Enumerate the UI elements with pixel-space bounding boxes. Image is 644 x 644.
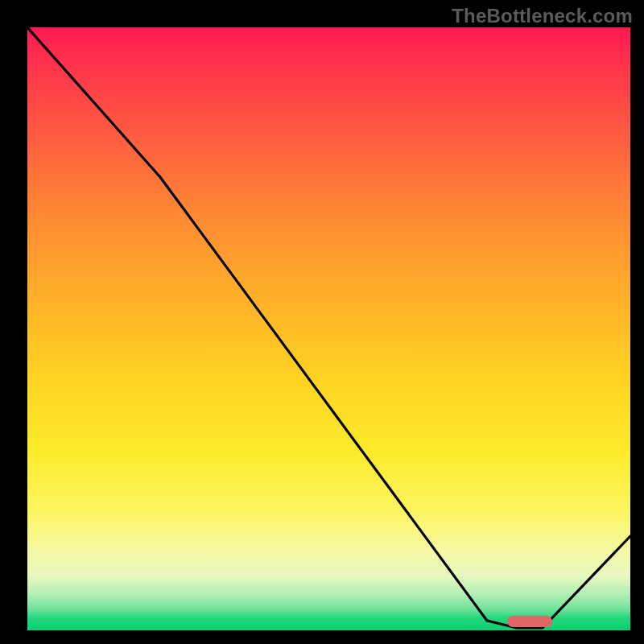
- watermark-text: TheBottleneck.com: [452, 5, 633, 27]
- plot-area: [27, 27, 630, 630]
- chart-svg: [27, 27, 630, 630]
- black-curve: [27, 27, 630, 628]
- optimum-bar: [507, 616, 552, 627]
- chart-stage: TheBottleneck.com: [0, 0, 644, 644]
